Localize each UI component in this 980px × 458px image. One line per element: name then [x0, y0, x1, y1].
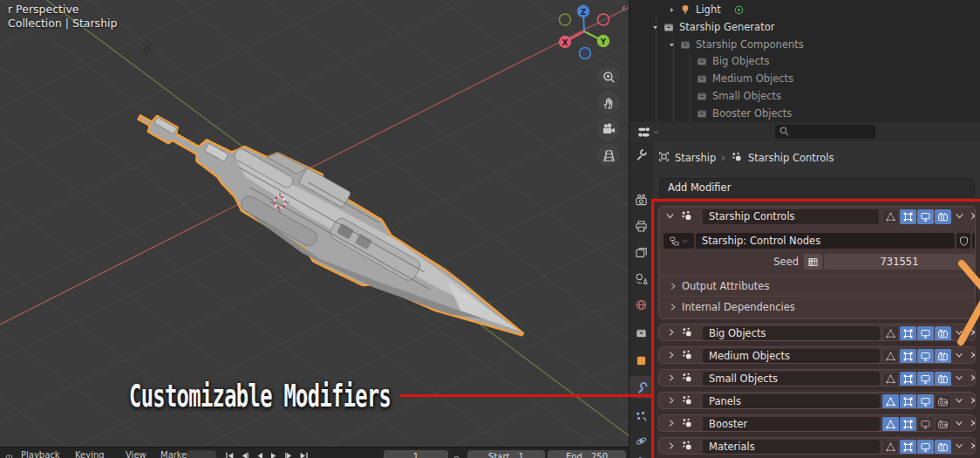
toggle-render-icon[interactable]	[935, 209, 951, 224]
breadcrumb-modifier[interactable]: Starship Controls	[748, 152, 834, 164]
search-box[interactable]	[775, 125, 875, 139]
transport-pf-icon[interactable]	[268, 450, 281, 458]
toggle-edit-icon[interactable]	[882, 209, 899, 224]
outliner-row[interactable]: Big Objects	[630, 52, 980, 70]
transport-pr-icon[interactable]	[253, 450, 266, 458]
outliner-row[interactable]: Starship Generator	[630, 18, 980, 36]
add-modifier-button[interactable]: Add Modifier	[659, 178, 975, 197]
modifier-row[interactable]: Big Objects	[658, 324, 976, 341]
outliner-row[interactable]: Medium Objects	[630, 70, 980, 87]
toggle-cage-icon[interactable]	[900, 349, 916, 364]
tab-object[interactable]	[630, 349, 653, 372]
tab-tool[interactable]	[630, 143, 653, 166]
tab-scene[interactable]	[630, 267, 653, 290]
copy-node-tree-icon[interactable]	[972, 233, 976, 249]
modifier-delete-icon[interactable]	[969, 418, 976, 428]
frame-start-field[interactable]: Start1	[467, 450, 545, 458]
modifier-row[interactable]: Medium Objects	[658, 346, 976, 364]
toggle-edit-icon[interactable]	[882, 326, 899, 341]
toggle-viewport-icon[interactable]	[917, 326, 934, 341]
starship-model[interactable]	[119, 82, 542, 369]
modifier-extras-icon[interactable]	[954, 210, 965, 222]
camera-view-icon[interactable]	[597, 118, 620, 140]
expand-chevron-icon[interactable]	[666, 373, 677, 383]
menu-playback[interactable]: Playback	[21, 450, 60, 458]
expand-chevron-icon[interactable]	[666, 327, 677, 338]
fake-user-shield-icon[interactable]	[956, 233, 970, 249]
toggle-cage-icon[interactable]	[900, 209, 916, 224]
toggle-cage-icon[interactable]	[900, 326, 916, 341]
toggle-viewport-icon[interactable]	[917, 394, 934, 409]
modifier-extras-icon[interactable]	[954, 327, 964, 338]
toggle-viewport-icon[interactable]	[917, 372, 934, 386]
transport-jl-icon[interactable]	[223, 450, 236, 458]
tab-render[interactable]	[630, 188, 653, 211]
tab-collection[interactable]	[630, 321, 653, 344]
modifier-delete-icon[interactable]	[969, 395, 976, 406]
menu-keying[interactable]: Keying	[75, 450, 105, 458]
tab-view-layer[interactable]	[630, 241, 653, 263]
modifier-extras-icon[interactable]	[954, 350, 964, 360]
tab-particles[interactable]	[630, 405, 653, 427]
modifier-name-field[interactable]: Medium Objects	[703, 349, 880, 363]
modifier-extras-icon[interactable]	[954, 395, 964, 406]
modifier-row[interactable]: Small Objects	[658, 369, 976, 386]
gizmo-axis-neg[interactable]	[580, 48, 591, 59]
modifier-name-field[interactable]: Small Objects	[703, 372, 880, 386]
modifier-row[interactable]: Booster	[658, 414, 976, 432]
toggle-render-icon[interactable]	[935, 440, 951, 455]
toggle-edit-icon[interactable]	[882, 372, 899, 386]
current-frame-field[interactable]: 1	[384, 450, 448, 458]
modifier-name-field[interactable]: Big Objects	[703, 326, 880, 340]
toggle-render-icon[interactable]	[935, 394, 951, 409]
playback-sync-dropdown[interactable]	[187, 450, 216, 458]
toggle-viewport-icon[interactable]	[917, 417, 934, 432]
node-tree-name-field[interactable]: Starship: Control Nodes	[696, 233, 955, 249]
auto-keying-icon[interactable]	[452, 451, 461, 458]
modifier-delete-icon[interactable]	[969, 327, 976, 338]
editor-type-button[interactable]	[637, 126, 660, 139]
gizmo-axis-neg[interactable]	[598, 14, 609, 25]
toggle-viewport-icon[interactable]	[917, 349, 934, 364]
seed-value-field[interactable]: 731551	[824, 254, 975, 270]
toggle-edit-icon[interactable]	[882, 394, 899, 409]
disclosure-icon[interactable]	[665, 6, 677, 14]
disclosure-icon[interactable]	[649, 24, 661, 31]
modifier-name-field[interactable]: Panels	[703, 394, 880, 408]
timeline-editor[interactable]: Playback Keying View Marker 1 Start1 End…	[0, 447, 630, 458]
tab-world[interactable]	[630, 293, 653, 316]
search-input[interactable]	[790, 126, 872, 138]
toggle-render-icon[interactable]	[935, 372, 951, 386]
outliner-row[interactable]: Light	[630, 1, 980, 18]
modifier-name-field[interactable]: Booster	[703, 417, 880, 431]
tab-modifiers[interactable]	[630, 376, 653, 399]
toggle-viewport-icon[interactable]	[917, 440, 934, 455]
gizmo-axis-neg[interactable]	[560, 14, 571, 25]
modifier-delete-icon[interactable]	[969, 441, 976, 451]
toggle-viewport-icon[interactable]	[917, 209, 934, 224]
breadcrumb-object[interactable]: Starship	[675, 152, 716, 164]
modifier-extras-icon[interactable]	[954, 373, 964, 383]
expand-chevron-icon[interactable]	[666, 418, 677, 428]
expand-chevron-icon[interactable]	[666, 395, 677, 406]
toggle-render-icon[interactable]	[935, 417, 951, 432]
disclosure-icon[interactable]	[665, 41, 677, 49]
modifier-delete-icon[interactable]	[969, 210, 976, 222]
subpanel-output-attributes[interactable]: Output Attributes	[659, 277, 975, 296]
toggle-render-icon[interactable]	[935, 326, 951, 341]
toggle-cage-icon[interactable]	[900, 372, 916, 386]
modifier-extras-icon[interactable]	[954, 418, 964, 428]
toggle-cage-icon[interactable]	[900, 394, 916, 409]
modifier-extras-icon[interactable]	[954, 441, 964, 451]
toggle-edit-icon[interactable]	[882, 417, 899, 432]
modifier-row[interactable]: Panels	[658, 392, 976, 409]
3d-viewport[interactable]: r Perspective Collection | Starship ‹ Z …	[0, 0, 630, 447]
tab-output[interactable]	[630, 215, 653, 237]
toggle-edit-icon[interactable]	[882, 349, 899, 364]
outliner-row[interactable]: Starship Components	[630, 36, 980, 53]
expand-chevron-icon[interactable]	[666, 441, 677, 451]
toggle-edit-icon[interactable]	[882, 440, 899, 455]
toggle-cage-icon[interactable]	[900, 440, 916, 455]
pan-hand-icon[interactable]	[597, 92, 620, 114]
transport-pk-icon[interactable]	[238, 450, 251, 458]
